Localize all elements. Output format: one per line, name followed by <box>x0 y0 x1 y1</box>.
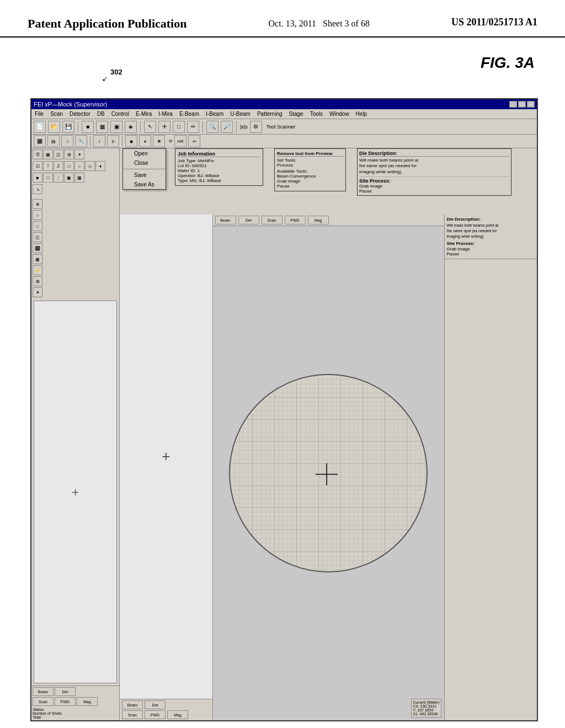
menu-imira[interactable]: I-Mira <box>157 111 174 117</box>
beam-btn[interactable]: Beam <box>33 687 54 696</box>
vt-btn7[interactable]: ⚡ <box>33 265 42 275</box>
tb2-beam-icon[interactable]: ❋ <box>153 135 165 147</box>
scan-btn[interactable]: Scan <box>33 697 54 706</box>
right-pause[interactable]: Pause <box>447 251 535 256</box>
det-btn[interactable]: Det <box>55 687 76 696</box>
main-content: FIG. 3A 302 ↙ FEI xP—Mock (Supervisor) _… <box>0 38 565 728</box>
sb-btn16[interactable]: ▣ <box>64 173 74 183</box>
toolbar-btn1[interactable]: ■ <box>82 121 94 133</box>
vt-btn3[interactable]: □ <box>33 221 42 231</box>
tb2-btn9[interactable]: HR <box>174 135 186 147</box>
settings-button[interactable]: ⚙ <box>250 121 262 133</box>
zoom-out-button[interactable]: 🔎 <box>221 121 233 133</box>
menu-detector[interactable]: Detector <box>68 111 92 117</box>
sb-btn10[interactable]: ○ <box>74 161 84 171</box>
close-button[interactable]: × <box>527 101 535 108</box>
sb-btn13[interactable]: ■ <box>33 173 42 183</box>
sb-btn17[interactable]: ▦ <box>74 173 84 183</box>
wafer-cx: CX: 230.3312 <box>413 704 439 708</box>
menu-control[interactable]: Control <box>110 111 130 117</box>
sb-btn9[interactable]: □ <box>64 161 74 171</box>
toolbar-btn2[interactable]: ▦ <box>96 121 108 133</box>
sb-btn1[interactable]: ☰ <box>33 149 42 159</box>
tb2-btn6[interactable]: b <box>107 135 119 147</box>
tb2-btn10[interactable]: ⇔ <box>188 135 200 147</box>
file-save-item[interactable]: Save <box>123 170 166 180</box>
die-info-box: Die Description: Will make both beams po… <box>357 148 511 196</box>
vt-btn6[interactable]: ▦ <box>33 254 42 264</box>
open-button[interactable]: 📂 <box>48 121 60 133</box>
toolbar-label: |s|s <box>240 124 248 130</box>
pwd-btn[interactable]: PWD <box>55 697 76 706</box>
minimize-button[interactable]: _ <box>509 101 517 108</box>
wafer-pwd-btn[interactable]: PWD <box>285 216 306 224</box>
wafer-mag-btn[interactable]: Mag <box>308 216 329 224</box>
sb-btn18[interactable]: ↘ <box>33 184 42 194</box>
sb-btn12[interactable]: ♦ <box>95 161 105 171</box>
lbc-beam[interactable]: Beam <box>122 700 143 709</box>
sidebar-row4: ↘ <box>33 184 42 194</box>
toolbar-row1: 📄 📂 💾 ■ ▦ ▣ ◈ ↖ ✛ □ ✏ 🔍 🔎 |s|s ⚙ Tool Sc… <box>31 119 537 135</box>
sb-btn15[interactable]: / <box>54 173 63 183</box>
menu-ubeam[interactable]: U-Beam <box>229 111 252 117</box>
menu-tools[interactable]: Tools <box>309 111 324 117</box>
grab-image-item[interactable]: Grab Image <box>359 184 509 189</box>
menu-help[interactable]: Help <box>355 111 369 117</box>
menu-ibeam[interactable]: I-Beam <box>205 111 225 117</box>
menu-file[interactable]: File <box>34 111 45 117</box>
file-close-item[interactable]: Close <box>123 158 166 168</box>
menu-stage[interactable]: Stage <box>288 111 305 117</box>
menu-patterning[interactable]: Patterning <box>256 111 284 117</box>
toolbar-btn4[interactable]: ◈ <box>125 121 137 133</box>
lbc-det[interactable]: Det <box>145 700 166 709</box>
toolbar-btn3[interactable]: ▣ <box>110 121 122 133</box>
menu-scan[interactable]: Scan <box>49 111 64 117</box>
pointer-button[interactable]: ↖ <box>144 121 156 133</box>
tb2-btn3[interactable]: ☆ <box>61 135 73 147</box>
menu-db[interactable]: DB <box>96 111 106 117</box>
sb-btn3[interactable]: ◫ <box>54 149 63 159</box>
pause-item[interactable]: Pause <box>359 189 509 194</box>
vt-btn8[interactable]: ⊞ <box>33 276 42 286</box>
menu-emira[interactable]: E-Mira <box>135 111 153 117</box>
right-grab-image[interactable]: Grab Image <box>447 247 535 251</box>
title-bar-controls: _ □ × <box>509 101 535 108</box>
menu-ebeam[interactable]: E-Beam <box>178 111 200 117</box>
save-button[interactable]: 💾 <box>62 121 74 133</box>
lbc-scan[interactable]: Scan <box>122 710 143 719</box>
mag-btn[interactable]: Mag <box>77 697 98 706</box>
lbc-mag[interactable]: Mag <box>167 710 188 719</box>
lbc-pwd[interactable]: PWD <box>145 710 166 719</box>
tb2-btn7[interactable]: ◆ <box>125 135 137 147</box>
sb-btn11[interactable]: ◇ <box>85 161 95 171</box>
sb-btn6[interactable]: ☑ <box>33 161 42 171</box>
tb2-btn2[interactable]: ▤ <box>47 135 60 147</box>
tb2-btn4[interactable]: 🔧 <box>75 135 87 147</box>
vt-btn5[interactable]: ⬛ <box>33 243 42 253</box>
wafer-beam-btn[interactable]: Beam <box>215 216 236 224</box>
vt-btn9[interactable]: ✦ <box>33 287 42 297</box>
wafer-scan-btn[interactable]: Scan <box>262 216 282 224</box>
sb-btn5[interactable]: ✦ <box>74 149 84 159</box>
vt-btn2[interactable]: ○ <box>33 210 42 220</box>
sb-btn14[interactable]: □ <box>43 173 53 183</box>
tb2-btn8[interactable]: ♦ <box>139 135 151 147</box>
wafer-det-btn[interactable]: Det <box>238 216 259 224</box>
vt-btn4[interactable]: ◫ <box>33 232 42 242</box>
tb2-btn5[interactable]: I <box>93 135 105 147</box>
new-button[interactable]: 📄 <box>34 121 46 133</box>
menu-window[interactable]: Window <box>328 111 350 117</box>
sb-btn8[interactable]: Z <box>54 161 63 171</box>
pencil-button[interactable]: ✏ <box>187 121 199 133</box>
crosshair-button[interactable]: ✛ <box>158 121 170 133</box>
file-saveas-item[interactable]: Save As <box>123 180 166 189</box>
vt-btn1[interactable]: ⊕ <box>33 199 42 209</box>
zoom-in-button[interactable]: 🔍 <box>206 121 218 133</box>
sb-btn2[interactable]: ▦ <box>43 149 53 159</box>
maximize-button[interactable]: □ <box>518 101 526 108</box>
sb-btn4[interactable]: ⊞ <box>64 149 74 159</box>
file-open-item[interactable]: Open <box>123 149 166 158</box>
rect-button[interactable]: □ <box>173 121 185 133</box>
sb-btn7[interactable]: 7 <box>43 161 53 171</box>
tb2-btn1[interactable]: ⬛ <box>34 135 46 147</box>
